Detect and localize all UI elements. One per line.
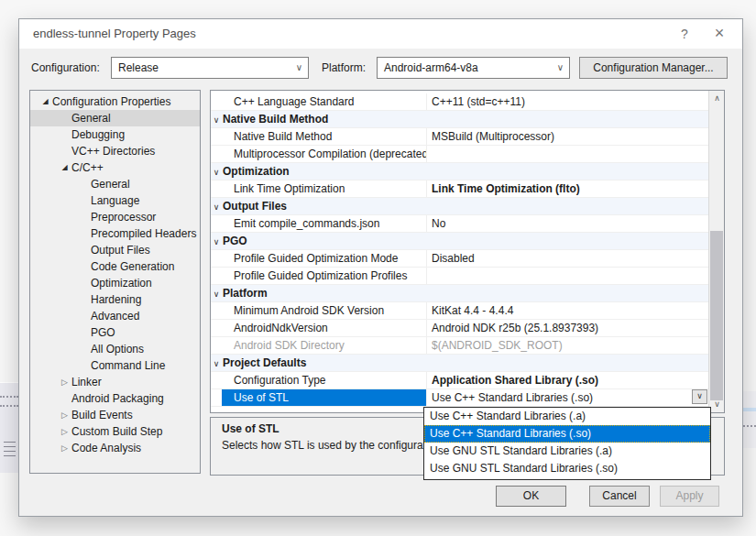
background-toolbar-line: [4, 455, 16, 456]
property-value[interactable]: Disabled: [427, 250, 708, 267]
property-value[interactable]: C++11 (std=c++11): [427, 93, 708, 110]
tree-item-language[interactable]: Language: [30, 192, 200, 209]
grid-row-configuration-type[interactable]: Configuration TypeApplication Shared Lib…: [211, 372, 708, 389]
ok-button[interactable]: OK: [496, 486, 566, 507]
platform-label: Platform:: [322, 61, 366, 74]
property-value[interactable]: No: [427, 215, 708, 232]
grid-row-output-files[interactable]: ∨Output Files: [211, 198, 708, 215]
property-name: C++ Language Standard: [222, 93, 427, 110]
grid-row-profile-guided-optimization-profiles[interactable]: Profile Guided Optimization Profiles: [211, 268, 708, 285]
tree-item-code-generation[interactable]: Code Generation: [30, 258, 200, 275]
category-collapse-icon[interactable]: ∨: [211, 198, 222, 214]
tree-item-pgo[interactable]: PGO: [30, 324, 200, 341]
grid-row-minimum-android-sdk-version[interactable]: Minimum Android SDK VersionKitKat 4.4 - …: [211, 302, 708, 320]
category-collapse-icon[interactable]: ∨: [211, 355, 222, 371]
tree-item-vc-directories[interactable]: VC++ Directories: [30, 143, 200, 159]
dropdown-option-use-gnu-stl-standard-libraries-so[interactable]: Use GNU STL Standard Libraries (.so): [424, 460, 710, 477]
grid-row-native-build-method[interactable]: Native Build MethodMSBuild (Multiprocess…: [211, 128, 708, 146]
tree-item-code-analysis[interactable]: ▷Code Analysis: [30, 440, 200, 456]
property-value[interactable]: Use C++ Standard Libraries (.so)∨: [427, 389, 708, 406]
property-name: Emit compile_commands.json: [222, 215, 427, 232]
property-value[interactable]: [427, 268, 708, 284]
category-collapse-icon[interactable]: ∨: [211, 285, 222, 301]
tree-item-debugging[interactable]: Debugging: [30, 126, 200, 143]
close-icon[interactable]: ×: [706, 19, 733, 49]
title-bar[interactable]: endless-tunnel Property Pages ? ×: [19, 19, 742, 49]
row-gutter: [211, 93, 222, 110]
tree-item-general[interactable]: General: [30, 176, 200, 192]
scrollbar-down-icon[interactable]: ∨: [709, 397, 725, 412]
property-value[interactable]: Application Shared Library (.so): [427, 372, 708, 388]
tree-collapsed-icon[interactable]: ▷: [58, 407, 71, 423]
background-dotted-row: [0, 405, 18, 407]
grid-row-emit-compile-commands-json[interactable]: Emit compile_commands.jsonNo: [211, 215, 708, 233]
tree-item-label: Precompiled Headers: [91, 225, 196, 242]
grid-row-optimization[interactable]: ∨Optimization: [211, 163, 708, 180]
property-value: [427, 111, 708, 127]
category-collapse-icon[interactable]: ∨: [211, 163, 222, 180]
grid-row-androidndkversion[interactable]: AndroidNdkVersionAndroid NDK r25b (25.1.…: [211, 320, 708, 337]
grid-row-platform[interactable]: ∨Platform: [211, 285, 708, 302]
property-value[interactable]: [427, 146, 708, 162]
tree-item-linker[interactable]: ▷Linker: [30, 374, 200, 390]
dropdown-option-use-gnu-stl-standard-libraries-a[interactable]: Use GNU STL Standard Libraries (.a): [424, 443, 710, 460]
configuration-select[interactable]: Release ∨: [111, 57, 309, 79]
configuration-manager-button[interactable]: Configuration Manager...: [579, 57, 728, 79]
tree-item-all-options[interactable]: All Options: [30, 341, 200, 357]
combo-dropdown-button[interactable]: ∨: [692, 389, 707, 404]
property-value: [427, 233, 708, 249]
background-toolbar-line: [4, 446, 16, 447]
tree-item-configuration-properties[interactable]: ◢Configuration Properties: [30, 93, 200, 110]
grid-row-link-time-optimization[interactable]: Link Time OptimizationLink Time Optimiza…: [211, 180, 708, 198]
row-gutter: [211, 372, 222, 388]
platform-select[interactable]: Android-arm64-v8a ∨: [377, 57, 570, 79]
chevron-down-icon: ∨: [214, 168, 220, 177]
property-value[interactable]: KitKat 4.4 - 4.4.4: [427, 302, 708, 319]
tree-item-optimization[interactable]: Optimization: [30, 275, 200, 291]
apply-button[interactable]: Apply: [660, 486, 719, 507]
property-value[interactable]: Android NDK r25b (25.1.8937393): [427, 320, 708, 336]
tree-collapsed-icon[interactable]: ▷: [58, 423, 71, 440]
tree-collapsed-icon[interactable]: ▷: [58, 374, 71, 390]
tree-item-label: General: [91, 176, 130, 192]
dropdown-option-use-c-standard-libraries-so[interactable]: Use C++ Standard Libraries (.so): [424, 425, 710, 443]
grid-row-c-language-standard[interactable]: C++ Language StandardC++11 (std=c++11): [211, 93, 708, 111]
grid-row-project-defaults[interactable]: ∨Project Defaults: [211, 355, 708, 372]
tree-item-general[interactable]: General: [30, 110, 200, 126]
tree-item-c-c[interactable]: ◢C/C++: [30, 159, 200, 176]
property-value[interactable]: Link Time Optimization (flto): [427, 180, 708, 197]
scrollbar-up-icon[interactable]: ∧: [709, 91, 725, 106]
tree-item-advanced[interactable]: Advanced: [30, 308, 200, 324]
grid-row-pgo[interactable]: ∨PGO: [211, 233, 708, 250]
vertical-scrollbar[interactable]: ∧ ∨: [708, 91, 724, 412]
tree-item-precompiled-headers[interactable]: Precompiled Headers: [30, 225, 200, 242]
category-collapse-icon[interactable]: ∨: [211, 111, 222, 127]
grid-row-use-of-stl[interactable]: Use of STLUse C++ Standard Libraries (.s…: [211, 389, 708, 407]
tree-item-android-packaging[interactable]: Android Packaging: [30, 390, 200, 407]
tree-item-hardening[interactable]: Hardening: [30, 291, 200, 308]
tree-item-output-files[interactable]: Output Files: [30, 242, 200, 258]
property-value[interactable]: $(ANDROID_SDK_ROOT): [427, 337, 708, 354]
property-value[interactable]: MSBuild (Multiprocessor): [427, 128, 708, 145]
tree-item-custom-build-step[interactable]: ▷Custom Build Step: [30, 423, 200, 440]
dropdown-option-use-c-standard-libraries-a[interactable]: Use C++ Standard Libraries (.a): [424, 408, 710, 425]
scrollbar-thumb[interactable]: [710, 231, 723, 400]
grid-row-android-sdk-directory[interactable]: Android SDK Directory$(ANDROID_SDK_ROOT): [211, 337, 708, 355]
tree-expanded-icon[interactable]: ◢: [58, 159, 71, 176]
tree-expanded-icon[interactable]: ◢: [38, 93, 52, 110]
property-grid: C++ Language StandardC++11 (std=c++11)∨N…: [210, 90, 725, 413]
property-value: [427, 198, 708, 214]
tree-item-command-line[interactable]: Command Line: [30, 357, 200, 374]
tree-item-label: All Options: [91, 341, 144, 357]
configuration-tree: ◢Configuration PropertiesGeneralDebuggin…: [29, 90, 201, 474]
grid-row-profile-guided-optimization-mode[interactable]: Profile Guided Optimization ModeDisabled: [211, 250, 708, 268]
cancel-button[interactable]: Cancel: [589, 486, 650, 507]
tree-collapsed-icon[interactable]: ▷: [58, 440, 71, 456]
category-collapse-icon[interactable]: ∨: [211, 233, 222, 249]
grid-row-native-build-method[interactable]: ∨Native Build Method: [211, 111, 708, 128]
grid-row-multiprocessor-compilation-deprecated[interactable]: Multiprocessor Compilation (deprecated): [211, 146, 708, 163]
tree-item-preprocessor[interactable]: Preprocessor: [30, 209, 200, 225]
tree-item-build-events[interactable]: ▷Build Events: [30, 407, 200, 423]
help-button[interactable]: ?: [671, 19, 698, 49]
tree-item-label: Language: [91, 192, 139, 209]
